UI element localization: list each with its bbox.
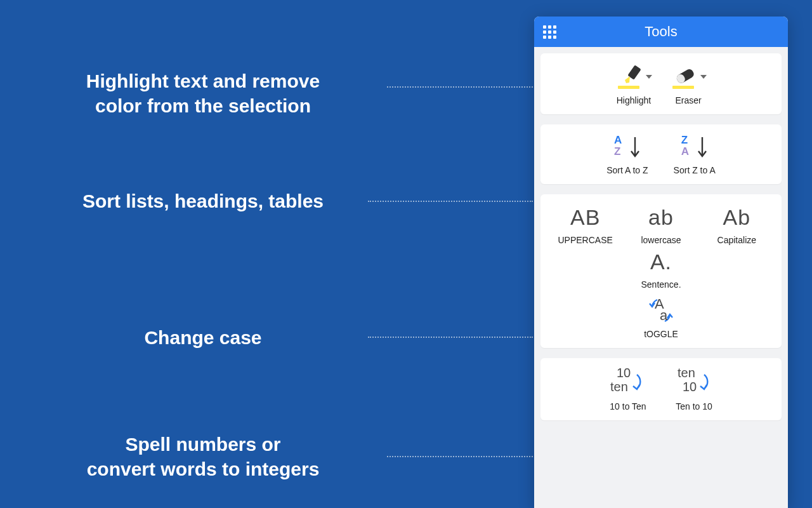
tool-label: Sort A to Z xyxy=(606,165,648,175)
highlight-tool[interactable]: Highlight xyxy=(615,64,652,105)
tool-label: lowercase xyxy=(641,235,681,245)
tools-panel: Tools Highlight xyxy=(534,17,788,508)
tool-label: Capitalize xyxy=(717,235,756,245)
lowercase-tool[interactable]: ab lowercase xyxy=(625,204,697,245)
dropdown-caret-icon[interactable] xyxy=(646,75,652,79)
word-to-number-tool[interactable]: ten 10 Ten to 10 xyxy=(674,368,714,411)
tool-label: 10 to Ten xyxy=(610,401,646,411)
eraser-tool[interactable]: Eraser xyxy=(670,64,707,105)
feature-numbers: Spell numbers or convert words to intege… xyxy=(0,432,406,481)
sentence-icon: A. xyxy=(650,249,672,274)
tool-label: Sentence. xyxy=(641,279,681,290)
tool-label: Ten to 10 xyxy=(676,401,712,411)
word-to-ten-icon: ten 10 xyxy=(674,368,714,396)
feature-text: Change case xyxy=(0,325,406,350)
tool-label: UPPERCASE xyxy=(558,235,612,245)
sort-az-tool[interactable]: AZ Sort A to Z xyxy=(606,135,648,175)
card-sort: AZ Sort A to Z ZA xyxy=(540,124,782,184)
card-highlight: Highlight xyxy=(540,53,782,114)
toggle-case-tool[interactable]: A a tOGGLE xyxy=(644,297,678,339)
highlighter-icon xyxy=(615,64,642,90)
tool-label: tOGGLE xyxy=(644,329,678,339)
sort-za-icon: ZA xyxy=(680,135,709,160)
feature-case: Change case xyxy=(0,325,406,350)
connector-line xyxy=(368,337,533,338)
sentence-case-tool[interactable]: A. Sentence. xyxy=(549,249,773,290)
uppercase-tool[interactable]: AB UPPERCASE xyxy=(549,204,621,245)
ten-to-word-icon: 10 ten xyxy=(608,368,648,396)
tool-label: Eraser xyxy=(675,95,701,105)
apps-menu-button[interactable] xyxy=(534,17,565,47)
capitalize-tool[interactable]: Ab Capitalize xyxy=(701,204,773,245)
sort-za-tool[interactable]: ZA Sort Z to A xyxy=(674,135,716,175)
sort-az-icon: AZ xyxy=(613,135,642,160)
feature-descriptions: Highlight text and remove color from the… xyxy=(0,0,431,508)
eraser-icon xyxy=(670,64,697,90)
feature-text: Highlight text and remove xyxy=(0,69,406,93)
toggle-case-icon: A a xyxy=(646,297,676,324)
dropdown-caret-icon[interactable] xyxy=(700,75,707,79)
lowercase-icon: ab xyxy=(648,204,674,230)
connector-line xyxy=(387,456,533,457)
connector-line xyxy=(368,201,533,202)
feature-text: color from the selection xyxy=(0,93,406,118)
feature-sort: Sort lists, headings, tables xyxy=(0,189,406,213)
spell-number-tool[interactable]: 10 ten 10 to Ten xyxy=(608,368,648,411)
panel-body: Highlight xyxy=(534,47,788,420)
connector-line xyxy=(387,86,533,88)
feature-text: Spell numbers or xyxy=(0,432,406,457)
uppercase-icon: AB xyxy=(570,204,600,230)
svg-marker-1 xyxy=(625,76,630,83)
card-case: AB UPPERCASE ab lowercase Ab Capitalize … xyxy=(540,194,782,348)
capitalize-icon: Ab xyxy=(723,204,751,230)
tool-label: Sort Z to A xyxy=(674,165,716,175)
feature-highlight: Highlight text and remove color from the… xyxy=(0,69,406,118)
panel-title: Tools xyxy=(534,23,788,40)
tool-label: Highlight xyxy=(617,95,651,105)
feature-text: convert words to integers xyxy=(0,457,406,481)
feature-text: Sort lists, headings, tables xyxy=(0,189,406,213)
card-numbers: 10 ten 10 to Ten ten 10 xyxy=(540,358,782,420)
apps-grid-icon xyxy=(543,25,556,39)
panel-header: Tools xyxy=(534,17,788,47)
